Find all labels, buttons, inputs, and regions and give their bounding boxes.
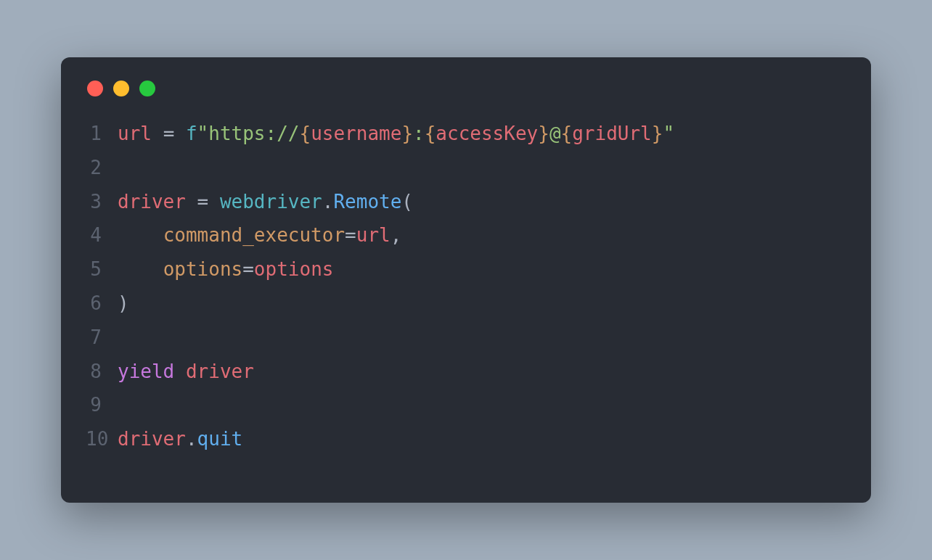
line-content: options=options <box>118 252 333 287</box>
line-content: url = f"https://{username}:{accessKey}@{… <box>118 117 674 151</box>
code-token: " <box>663 123 674 144</box>
code-token: { <box>561 123 573 144</box>
code-token: Remote <box>333 191 401 213</box>
code-line: 9 <box>86 388 846 422</box>
line-number: 3 <box>86 185 118 219</box>
line-content: ) <box>118 287 129 321</box>
code-token <box>118 224 163 246</box>
line-number: 1 <box>86 117 118 151</box>
window-controls <box>86 81 846 96</box>
line-number: 10 <box>86 422 118 456</box>
code-token: ) <box>118 292 129 314</box>
code-line: 4 command_executor=url, <box>86 218 846 252</box>
code-token <box>186 191 197 213</box>
code-line: 7 <box>86 321 846 355</box>
code-token <box>174 361 186 382</box>
code-token: url <box>118 123 152 144</box>
code-token: . <box>322 191 334 213</box>
line-number: 5 <box>86 252 118 287</box>
code-token: username <box>311 123 401 144</box>
line-content <box>118 321 129 355</box>
code-token: yield <box>118 361 174 382</box>
code-token: command_executor <box>163 224 345 246</box>
close-icon[interactable] <box>87 81 103 96</box>
code-token: options <box>163 258 243 280</box>
code-line: 8yield driver <box>86 355 846 389</box>
line-content <box>118 151 129 185</box>
code-token: options <box>254 258 334 280</box>
line-content <box>118 388 129 422</box>
line-content: driver.quit <box>118 422 242 456</box>
code-token: url <box>356 224 391 246</box>
code-editor-window: 1url = f"https://{username}:{accessKey}@… <box>61 57 871 503</box>
code-token: } <box>538 123 549 144</box>
code-token: , <box>391 224 402 246</box>
code-line: 1url = f"https://{username}:{accessKey}@… <box>86 117 846 151</box>
code-token: . <box>186 428 197 450</box>
code-token: webdriver <box>220 191 322 213</box>
line-number: 7 <box>86 321 118 355</box>
line-number: 6 <box>86 287 118 321</box>
code-token: { <box>425 123 436 144</box>
code-token: driver <box>118 191 186 213</box>
line-number: 4 <box>86 218 118 252</box>
code-line: 6) <box>86 287 846 321</box>
code-token: driver <box>118 428 186 450</box>
code-token: } <box>401 123 413 144</box>
code-token: f <box>186 123 197 144</box>
maximize-icon[interactable] <box>139 81 155 96</box>
line-number: 8 <box>86 355 118 389</box>
line-content: yield driver <box>118 355 254 389</box>
code-token <box>174 123 186 144</box>
code-token: = <box>242 258 254 280</box>
code-token: = <box>163 123 175 144</box>
code-token: accessKey <box>436 123 538 144</box>
code-token: = <box>197 191 209 213</box>
code-token: quit <box>197 428 243 450</box>
line-content: driver = webdriver.Remote( <box>118 185 413 219</box>
line-content: command_executor=url, <box>118 218 401 252</box>
code-area[interactable]: 1url = f"https://{username}:{accessKey}@… <box>86 117 846 456</box>
code-token: { <box>299 123 311 144</box>
code-token: driver <box>186 361 254 382</box>
line-number: 9 <box>86 388 118 422</box>
code-token <box>118 258 163 280</box>
code-line: 5 options=options <box>86 252 846 287</box>
code-line: 10driver.quit <box>86 422 846 456</box>
line-number: 2 <box>86 151 118 185</box>
code-token <box>208 191 220 213</box>
code-token: "https:// <box>197 123 300 144</box>
code-line: 3driver = webdriver.Remote( <box>86 185 846 219</box>
code-token: } <box>652 123 663 144</box>
code-token: @ <box>549 123 561 144</box>
code-token: ( <box>401 191 413 213</box>
code-token: : <box>413 123 425 144</box>
code-token: = <box>345 224 356 246</box>
code-token <box>152 123 163 144</box>
minimize-icon[interactable] <box>113 81 129 96</box>
code-token: gridUrl <box>572 123 652 144</box>
code-line: 2 <box>86 151 846 185</box>
